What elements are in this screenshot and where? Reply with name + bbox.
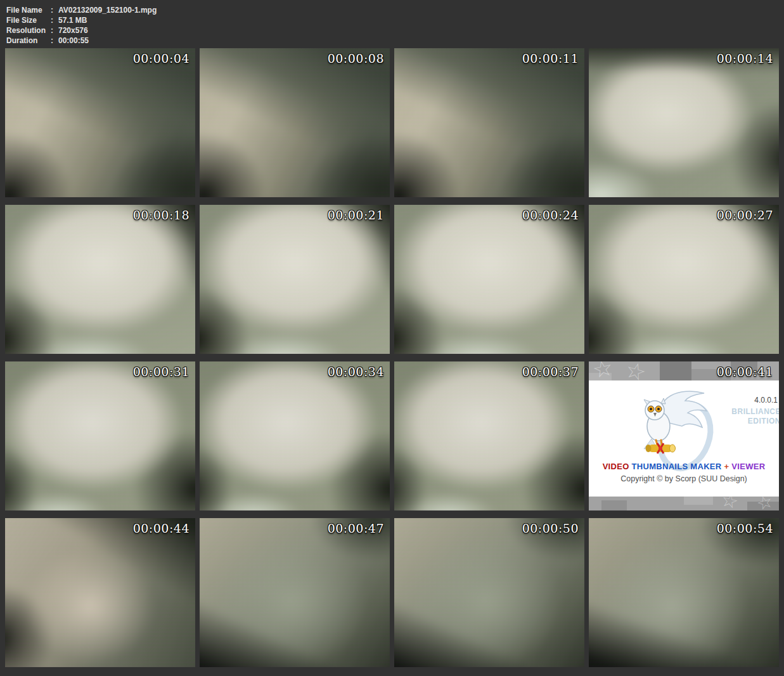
video-thumbnail[interactable]: 00:00:21 — [200, 205, 390, 354]
thumbnail-image — [200, 518, 390, 667]
thumbnail-image — [589, 48, 779, 197]
star-icon: ☆ — [754, 497, 775, 510]
edition-line2: EDITION — [731, 417, 779, 426]
file-size-value: 57.1 MB — [58, 15, 87, 25]
thumbnail-image — [5, 361, 195, 510]
duration-label: Duration — [6, 36, 51, 46]
star-pattern-band: ☆ ☆ — [589, 497, 779, 510]
resolution-label: Resolution — [6, 25, 51, 36]
separator: : — [51, 25, 58, 36]
timestamp-overlay: 00:00:14 — [717, 51, 773, 65]
title-plus: + — [724, 462, 729, 471]
video-thumbnail[interactable]: 00:00:24 — [394, 205, 584, 354]
timestamp-overlay: 00:00:08 — [328, 51, 384, 65]
title-viewer: VIEWER — [731, 462, 765, 471]
timestamp-overlay: 00:00:50 — [522, 521, 579, 535]
thumbnail-image — [589, 205, 779, 354]
timestamp-overlay: 00:00:04 — [133, 51, 190, 65]
timestamp-overlay: 00:00:27 — [717, 208, 773, 222]
edition-label: BRILLIANCE EDITION — [731, 407, 779, 426]
file-name-row: File Name : AV02132009_152100-1.mpg — [6, 5, 157, 15]
separator: : — [51, 15, 58, 25]
thumbnail-sheet: File Name : AV02132009_152100-1.mpg File… — [0, 0, 784, 676]
star-icon: ☆ — [623, 361, 649, 380]
thumbnail-image — [394, 48, 584, 197]
title-thumbnails-maker: THUMBNAILS MAKER — [632, 462, 722, 471]
thumbnail-image — [5, 518, 195, 667]
video-thumbnail[interactable]: 00:00:11 — [394, 48, 584, 197]
timestamp-overlay: 00:00:31 — [133, 365, 190, 379]
video-thumbnail[interactable]: 00:00:18 — [5, 205, 195, 354]
thumbnail-grid: 00:00:04 00:00:08 00:00:11 00:00:14 00:0… — [5, 48, 779, 667]
file-size-label: File Size — [6, 15, 51, 25]
owl-logo — [622, 384, 723, 462]
separator: : — [51, 5, 58, 15]
timestamp-overlay: 00:00:11 — [522, 51, 579, 65]
video-thumbnail[interactable]: 00:00:14 — [589, 48, 779, 197]
app-version: 4.0.0.1 — [754, 396, 778, 405]
video-thumbnail[interactable]: 00:00:34 — [200, 361, 390, 510]
video-thumbnail[interactable]: 00:00:08 — [200, 48, 390, 197]
timestamp-overlay: 00:00:47 — [328, 521, 384, 535]
app-title: VIDEO THUMBNAILS MAKER + VIEWER — [589, 462, 779, 471]
thumbnail-image — [200, 361, 390, 510]
video-thumbnail[interactable]: 00:00:54 — [589, 518, 779, 667]
thumbnail-image — [394, 518, 584, 667]
video-thumbnail[interactable]: 00:00:31 — [5, 361, 195, 510]
thumbnail-image — [5, 48, 195, 197]
duration-row: Duration : 00:00:55 — [6, 36, 157, 46]
thumbnail-image — [394, 205, 584, 354]
resolution-value: 720x576 — [58, 25, 88, 36]
thumbnail-image — [5, 205, 195, 354]
edition-line1: BRILLIANCE — [731, 407, 779, 417]
separator: : — [51, 36, 58, 46]
video-thumbnail[interactable]: 00:00:50 — [394, 518, 584, 667]
watermark-card: 4.0.0.1 BRILLIANCE EDITION VIDEO THUMBNA… — [589, 380, 779, 497]
timestamp-overlay: 00:00:41 — [717, 365, 773, 379]
file-info-panel: File Name : AV02132009_152100-1.mpg File… — [6, 5, 157, 46]
watermark-cell: ☆ ☆ — [589, 361, 779, 510]
video-thumbnail[interactable]: 00:00:37 — [394, 361, 584, 510]
timestamp-overlay: 00:00:18 — [133, 208, 190, 222]
timestamp-overlay: 00:00:21 — [328, 208, 384, 222]
title-video: VIDEO — [603, 462, 629, 471]
thumbnail-image — [589, 518, 779, 667]
star-icon: ☆ — [591, 361, 615, 380]
file-name-label: File Name — [6, 5, 51, 15]
star-icon: ☆ — [719, 497, 740, 510]
copyright-line: Copyright © by Scorp (SUU Design) — [589, 474, 779, 483]
video-thumbnail[interactable]: 00:00:04 — [5, 48, 195, 197]
timestamp-overlay: 00:00:24 — [522, 208, 579, 222]
video-thumbnail[interactable]: 00:00:44 — [5, 518, 195, 667]
file-name-value: AV02132009_152100-1.mpg — [58, 5, 157, 15]
timestamp-overlay: 00:00:44 — [133, 521, 190, 535]
duration-value: 00:00:55 — [58, 36, 89, 46]
thumbnail-image — [200, 48, 390, 197]
timestamp-overlay: 00:00:34 — [328, 365, 384, 379]
file-size-row: File Size : 57.1 MB — [6, 15, 157, 25]
thumbnail-image — [200, 205, 390, 354]
timestamp-overlay: 00:00:54 — [717, 521, 773, 535]
resolution-row: Resolution : 720x576 — [6, 25, 157, 36]
timestamp-overlay: 00:00:37 — [522, 365, 579, 379]
video-thumbnail[interactable]: 00:00:27 — [589, 205, 779, 354]
thumbnail-image — [394, 361, 584, 510]
video-thumbnail[interactable]: 00:00:47 — [200, 518, 390, 667]
